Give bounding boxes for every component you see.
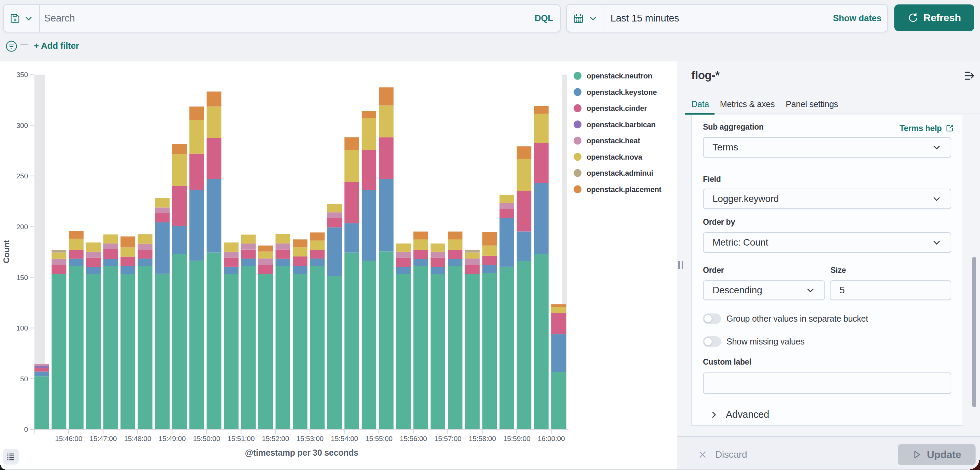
svg-text:15:52:00: 15:52:00 [262, 435, 289, 442]
svg-text:15:51:00: 15:51:00 [227, 435, 255, 442]
svg-text:openstack.neutron: openstack.neutron [587, 71, 652, 80]
svg-text:350: 350 [16, 71, 28, 78]
svg-text:0: 0 [24, 425, 28, 433]
svg-text:15:54:00: 15:54:00 [331, 435, 358, 442]
svg-text:15:57:00: 15:57:00 [434, 435, 461, 442]
svg-text:openstack.placement: openstack.placement [587, 185, 662, 194]
svg-text:15:48:00: 15:48:00 [124, 435, 151, 442]
svg-text:15:47:00: 15:47:00 [89, 435, 117, 442]
svg-text:openstack.cinder: openstack.cinder [587, 104, 647, 113]
svg-text:150: 150 [16, 273, 28, 281]
svg-text:300: 300 [16, 121, 28, 129]
svg-text:15:46:00: 15:46:00 [55, 435, 82, 442]
svg-text:15:58:00: 15:58:00 [469, 435, 496, 442]
svg-text:15:55:00: 15:55:00 [365, 435, 392, 442]
svg-text:openstack.nova: openstack.nova [587, 153, 643, 161]
svg-text:15:50:00: 15:50:00 [193, 435, 220, 442]
svg-text:15:53:00: 15:53:00 [296, 435, 323, 442]
svg-text:openstack.heat: openstack.heat [587, 137, 641, 145]
svg-text:openstack.keystone: openstack.keystone [587, 88, 657, 97]
svg-text:openstack.adminui: openstack.adminui [587, 169, 653, 177]
svg-text:100: 100 [16, 324, 28, 332]
svg-text:15:59:00: 15:59:00 [503, 435, 531, 442]
svg-text:@timestamp per 30 seconds: @timestamp per 30 seconds [245, 448, 358, 457]
svg-text:50: 50 [20, 375, 28, 383]
svg-text:openstack.barbican: openstack.barbican [587, 121, 655, 129]
svg-text:Count: Count [2, 240, 11, 263]
svg-text:16:00:00: 16:00:00 [538, 435, 565, 442]
svg-text:200: 200 [16, 223, 28, 230]
svg-text:250: 250 [16, 172, 28, 180]
svg-text:15:49:00: 15:49:00 [158, 435, 186, 442]
svg-text:15:56:00: 15:56:00 [399, 435, 427, 442]
